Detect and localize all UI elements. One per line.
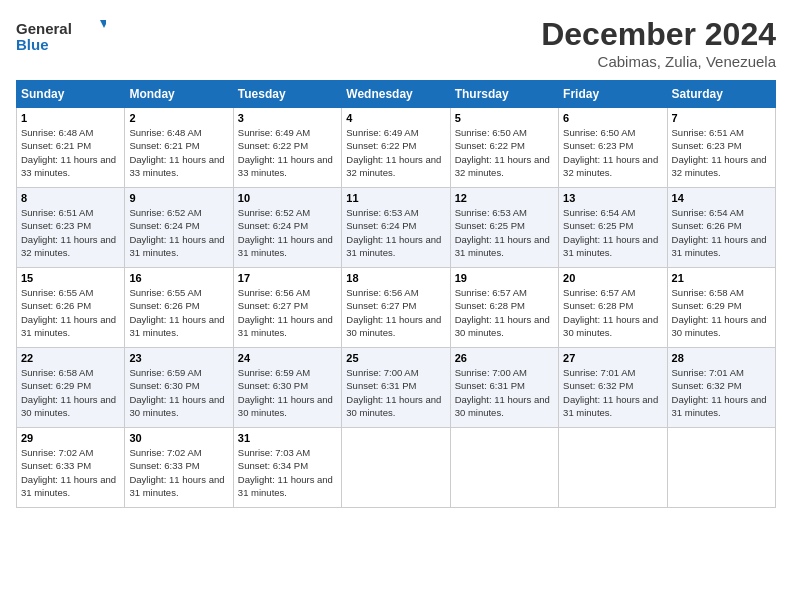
day-number: 11 [346,192,445,204]
day-info: Sunrise: 6:49 AM Sunset: 6:22 PM Dayligh… [238,126,337,179]
calendar-day-header: Saturday [667,81,775,108]
calendar-day-cell [667,428,775,508]
calendar-day-cell: 15 Sunrise: 6:55 AM Sunset: 6:26 PM Dayl… [17,268,125,348]
day-info: Sunrise: 7:00 AM Sunset: 6:31 PM Dayligh… [455,366,554,419]
calendar-day-cell: 18 Sunrise: 6:56 AM Sunset: 6:27 PM Dayl… [342,268,450,348]
calendar-day-cell: 21 Sunrise: 6:58 AM Sunset: 6:29 PM Dayl… [667,268,775,348]
calendar-header-row: SundayMondayTuesdayWednesdayThursdayFrid… [17,81,776,108]
day-number: 7 [672,112,771,124]
day-info: Sunrise: 6:53 AM Sunset: 6:25 PM Dayligh… [455,206,554,259]
calendar-week-row: 15 Sunrise: 6:55 AM Sunset: 6:26 PM Dayl… [17,268,776,348]
day-info: Sunrise: 6:51 AM Sunset: 6:23 PM Dayligh… [21,206,120,259]
day-info: Sunrise: 6:51 AM Sunset: 6:23 PM Dayligh… [672,126,771,179]
day-number: 26 [455,352,554,364]
calendar-day-cell: 28 Sunrise: 7:01 AM Sunset: 6:32 PM Dayl… [667,348,775,428]
calendar-day-cell: 17 Sunrise: 6:56 AM Sunset: 6:27 PM Dayl… [233,268,341,348]
day-info: Sunrise: 6:53 AM Sunset: 6:24 PM Dayligh… [346,206,445,259]
day-number: 18 [346,272,445,284]
calendar-body: 1 Sunrise: 6:48 AM Sunset: 6:21 PM Dayli… [17,108,776,508]
day-info: Sunrise: 6:58 AM Sunset: 6:29 PM Dayligh… [672,286,771,339]
day-info: Sunrise: 6:59 AM Sunset: 6:30 PM Dayligh… [129,366,228,419]
day-number: 29 [21,432,120,444]
day-number: 22 [21,352,120,364]
day-number: 14 [672,192,771,204]
calendar-day-header: Sunday [17,81,125,108]
calendar-day-cell: 1 Sunrise: 6:48 AM Sunset: 6:21 PM Dayli… [17,108,125,188]
day-number: 6 [563,112,662,124]
day-number: 3 [238,112,337,124]
day-info: Sunrise: 7:02 AM Sunset: 6:33 PM Dayligh… [21,446,120,499]
day-number: 20 [563,272,662,284]
day-number: 8 [21,192,120,204]
logo-svg: General Blue [16,16,106,56]
day-info: Sunrise: 7:01 AM Sunset: 6:32 PM Dayligh… [563,366,662,419]
calendar-day-cell: 9 Sunrise: 6:52 AM Sunset: 6:24 PM Dayli… [125,188,233,268]
calendar-day-cell: 7 Sunrise: 6:51 AM Sunset: 6:23 PM Dayli… [667,108,775,188]
day-info: Sunrise: 6:50 AM Sunset: 6:23 PM Dayligh… [563,126,662,179]
day-info: Sunrise: 6:50 AM Sunset: 6:22 PM Dayligh… [455,126,554,179]
day-number: 30 [129,432,228,444]
calendar-day-cell: 11 Sunrise: 6:53 AM Sunset: 6:24 PM Dayl… [342,188,450,268]
calendar-day-cell: 29 Sunrise: 7:02 AM Sunset: 6:33 PM Dayl… [17,428,125,508]
calendar-day-cell: 27 Sunrise: 7:01 AM Sunset: 6:32 PM Dayl… [559,348,667,428]
calendar-day-cell: 10 Sunrise: 6:52 AM Sunset: 6:24 PM Dayl… [233,188,341,268]
day-info: Sunrise: 6:57 AM Sunset: 6:28 PM Dayligh… [563,286,662,339]
day-number: 24 [238,352,337,364]
day-info: Sunrise: 6:57 AM Sunset: 6:28 PM Dayligh… [455,286,554,339]
calendar-day-cell: 2 Sunrise: 6:48 AM Sunset: 6:21 PM Dayli… [125,108,233,188]
day-info: Sunrise: 6:55 AM Sunset: 6:26 PM Dayligh… [129,286,228,339]
day-info: Sunrise: 6:52 AM Sunset: 6:24 PM Dayligh… [129,206,228,259]
day-number: 4 [346,112,445,124]
calendar-day-cell: 23 Sunrise: 6:59 AM Sunset: 6:30 PM Dayl… [125,348,233,428]
calendar-day-cell: 30 Sunrise: 7:02 AM Sunset: 6:33 PM Dayl… [125,428,233,508]
day-info: Sunrise: 6:56 AM Sunset: 6:27 PM Dayligh… [238,286,337,339]
title-block: December 2024 Cabimas, Zulia, Venezuela [541,16,776,70]
calendar-day-cell: 8 Sunrise: 6:51 AM Sunset: 6:23 PM Dayli… [17,188,125,268]
day-number: 25 [346,352,445,364]
day-info: Sunrise: 6:59 AM Sunset: 6:30 PM Dayligh… [238,366,337,419]
day-info: Sunrise: 6:49 AM Sunset: 6:22 PM Dayligh… [346,126,445,179]
calendar-day-cell: 16 Sunrise: 6:55 AM Sunset: 6:26 PM Dayl… [125,268,233,348]
day-number: 17 [238,272,337,284]
calendar-day-cell [342,428,450,508]
day-number: 13 [563,192,662,204]
logo: General Blue [16,16,106,56]
calendar-day-cell: 22 Sunrise: 6:58 AM Sunset: 6:29 PM Dayl… [17,348,125,428]
calendar-week-row: 1 Sunrise: 6:48 AM Sunset: 6:21 PM Dayli… [17,108,776,188]
calendar-day-cell: 14 Sunrise: 6:54 AM Sunset: 6:26 PM Dayl… [667,188,775,268]
day-number: 5 [455,112,554,124]
calendar-day-cell: 24 Sunrise: 6:59 AM Sunset: 6:30 PM Dayl… [233,348,341,428]
calendar-day-cell: 19 Sunrise: 6:57 AM Sunset: 6:28 PM Dayl… [450,268,558,348]
day-number: 1 [21,112,120,124]
day-number: 21 [672,272,771,284]
calendar-day-header: Wednesday [342,81,450,108]
page-container: General Blue December 2024 Cabimas, Zuli… [0,0,792,516]
day-number: 9 [129,192,228,204]
calendar-day-cell: 5 Sunrise: 6:50 AM Sunset: 6:22 PM Dayli… [450,108,558,188]
calendar-day-cell: 12 Sunrise: 6:53 AM Sunset: 6:25 PM Dayl… [450,188,558,268]
day-info: Sunrise: 6:55 AM Sunset: 6:26 PM Dayligh… [21,286,120,339]
calendar-day-cell: 26 Sunrise: 7:00 AM Sunset: 6:31 PM Dayl… [450,348,558,428]
page-header: General Blue December 2024 Cabimas, Zuli… [16,16,776,70]
calendar-day-cell: 4 Sunrise: 6:49 AM Sunset: 6:22 PM Dayli… [342,108,450,188]
calendar-day-cell: 6 Sunrise: 6:50 AM Sunset: 6:23 PM Dayli… [559,108,667,188]
day-info: Sunrise: 7:00 AM Sunset: 6:31 PM Dayligh… [346,366,445,419]
day-number: 10 [238,192,337,204]
calendar-day-cell: 31 Sunrise: 7:03 AM Sunset: 6:34 PM Dayl… [233,428,341,508]
month-title: December 2024 [541,16,776,53]
calendar-day-cell: 3 Sunrise: 6:49 AM Sunset: 6:22 PM Dayli… [233,108,341,188]
day-number: 2 [129,112,228,124]
calendar-day-cell: 13 Sunrise: 6:54 AM Sunset: 6:25 PM Dayl… [559,188,667,268]
svg-marker-2 [100,20,106,28]
calendar-day-header: Monday [125,81,233,108]
calendar-week-row: 8 Sunrise: 6:51 AM Sunset: 6:23 PM Dayli… [17,188,776,268]
day-info: Sunrise: 7:01 AM Sunset: 6:32 PM Dayligh… [672,366,771,419]
calendar-table: SundayMondayTuesdayWednesdayThursdayFrid… [16,80,776,508]
calendar-day-cell: 20 Sunrise: 6:57 AM Sunset: 6:28 PM Dayl… [559,268,667,348]
day-info: Sunrise: 6:52 AM Sunset: 6:24 PM Dayligh… [238,206,337,259]
day-info: Sunrise: 7:03 AM Sunset: 6:34 PM Dayligh… [238,446,337,499]
calendar-day-cell [559,428,667,508]
day-number: 28 [672,352,771,364]
day-info: Sunrise: 6:58 AM Sunset: 6:29 PM Dayligh… [21,366,120,419]
day-number: 19 [455,272,554,284]
